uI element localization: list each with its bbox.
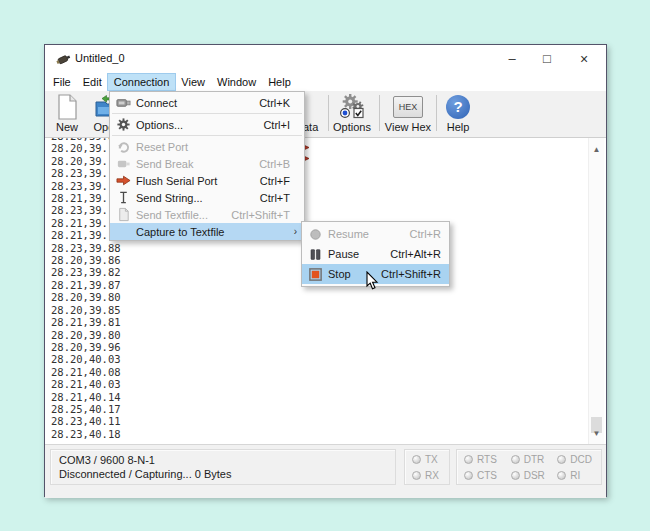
toolbar-separator (328, 95, 329, 131)
menubar-item-view[interactable]: View (175, 74, 211, 90)
status-state-info: Disconnected / Capturing... 0 Bytes (59, 467, 395, 481)
view-hex-button[interactable]: HEX View Hex (383, 93, 433, 136)
led-icon (464, 455, 473, 464)
terminal-line: 28.23,40.11 (51, 415, 606, 427)
title-bar[interactable]: Untitled_0 – □ × (45, 45, 606, 73)
signal-indicator-dcd: DCD (552, 454, 599, 465)
help-button[interactable]: ? Help (440, 93, 476, 136)
new-button[interactable]: New (49, 93, 85, 136)
hex-badge-text: HEX (393, 96, 423, 118)
signal-indicator-ri: RI (552, 470, 599, 481)
terminal-line: 28.21,39.81 (51, 316, 606, 328)
hex-icon: HEX (383, 93, 433, 120)
signal-indicator-tx: TX (407, 454, 447, 465)
led-icon (511, 471, 520, 480)
options-button-label: Options (330, 121, 374, 133)
terminal-line: 28.21,40.03 (51, 378, 606, 390)
maximize-button[interactable]: □ (532, 47, 562, 70)
signal-label: TX (425, 454, 438, 465)
terminal-line: 28.21,40.08 (51, 366, 606, 378)
gear-icon (110, 117, 136, 132)
app-icon (56, 52, 71, 66)
send-textfile-icon (110, 207, 136, 222)
signal-label: DSR (524, 470, 545, 481)
menubar-item-help[interactable]: Help (262, 74, 297, 90)
terminal-line: 28.25,40.17 (51, 403, 606, 415)
pause-icon (302, 247, 328, 262)
menu-item-pause[interactable]: Pause Ctrl+Alt+R (302, 244, 449, 264)
vertical-scrollbar[interactable]: ▲ ▼ (588, 138, 604, 444)
terminal-line: 28.20,40.03 (51, 353, 606, 365)
help-button-label: Help (440, 121, 476, 133)
led-icon (511, 455, 520, 464)
connect-icon (110, 95, 136, 110)
stop-icon (302, 267, 328, 282)
signal-label: RI (570, 470, 580, 481)
reset-port-icon (110, 139, 136, 154)
scroll-up-icon[interactable]: ▲ (589, 142, 604, 158)
signal-indicator-cts: CTS (459, 470, 506, 481)
options-gears-icon (330, 93, 374, 120)
send-break-icon (110, 156, 136, 171)
menubar-item-connection[interactable]: Connection (108, 74, 176, 90)
close-button[interactable]: × (569, 47, 599, 70)
signal-label: DTR (524, 454, 545, 465)
led-icon (557, 471, 566, 480)
menu-item-flush-serial-port[interactable]: Flush Serial Port Ctrl+F (110, 172, 304, 189)
help-question-glyph: ? (446, 95, 470, 119)
desktop: Untitled_0 – □ × FileEditConnectionViewW… (0, 0, 650, 531)
menu-separator (112, 113, 302, 114)
scroll-down-icon[interactable]: ▼ (589, 426, 604, 442)
submenu-arrow-icon: › (294, 226, 297, 237)
send-string-icon (110, 190, 136, 205)
menu-item-reset-port[interactable]: Reset Port (110, 138, 304, 155)
resume-icon (302, 227, 328, 242)
terminal-line: 28.20,39.80 (51, 291, 606, 303)
signal-label: RTS (477, 454, 497, 465)
connection-menu: Connect Ctrl+K Options... Ctrl+I Reset P… (109, 91, 305, 241)
status-text-panel: COM3 / 9600 8-N-1 Disconnected / Capturi… (50, 449, 396, 485)
signal-label: RX (425, 470, 439, 481)
new-document-icon (49, 93, 85, 120)
minimize-button[interactable]: – (497, 47, 527, 70)
menu-item-options[interactable]: Options... Ctrl+I (110, 116, 304, 133)
signal-group-txrx: TXRX (404, 449, 450, 485)
led-icon (412, 455, 421, 464)
toolbar-separator (436, 95, 437, 131)
new-button-label: New (49, 121, 85, 133)
signal-indicator-dsr: DSR (506, 470, 553, 481)
menu-item-resume[interactable]: Resume Ctrl+R (302, 224, 449, 244)
signal-group-handshake: RTSCTSDTRDSRDCDRI (456, 449, 602, 485)
terminal-line: 28.20,39.85 (51, 304, 606, 316)
menu-item-send-textfile[interactable]: Send Textfile... Ctrl+Shift+T (110, 206, 304, 223)
terminal-line: 28.21,40.14 (51, 391, 606, 403)
toolbar-separator (379, 95, 380, 131)
view-hex-button-label: View Hex (383, 121, 433, 133)
signal-label: CTS (477, 470, 497, 481)
terminal-line: 28.23,40.18 (51, 428, 606, 440)
flush-icon (110, 173, 136, 188)
menubar-item-file[interactable]: File (47, 74, 77, 90)
status-bar: COM3 / 9600 8-N-1 Disconnected / Capturi… (45, 444, 606, 498)
led-icon (464, 471, 473, 480)
led-icon (412, 471, 421, 480)
mouse-cursor (366, 271, 380, 291)
options-button[interactable]: Options (330, 93, 374, 136)
menu-separator (112, 135, 302, 136)
signal-indicator-rts: RTS (459, 454, 506, 465)
menu-bar: FileEditConnectionViewWindowHelp (45, 73, 606, 91)
menu-item-connect[interactable]: Connect Ctrl+K (110, 94, 304, 111)
signal-indicator-rx: RX (407, 470, 447, 481)
signal-indicator-dtr: DTR (506, 454, 553, 465)
help-icon: ? (440, 93, 476, 120)
menu-item-capture-to-textfile[interactable]: Capture to Textfile › (110, 223, 304, 240)
menubar-item-edit[interactable]: Edit (77, 74, 108, 90)
menu-item-send-string[interactable]: Send String... Ctrl+T (110, 189, 304, 206)
status-port-info: COM3 / 9600 8-N-1 (59, 453, 395, 467)
menubar-item-window[interactable]: Window (211, 74, 262, 90)
window-title: Untitled_0 (75, 52, 125, 64)
menu-item-send-break[interactable]: Send Break Ctrl+B (110, 155, 304, 172)
terminal-line: 28.20,39.80 (51, 329, 606, 341)
signal-label: DCD (570, 454, 592, 465)
led-icon (557, 455, 566, 464)
